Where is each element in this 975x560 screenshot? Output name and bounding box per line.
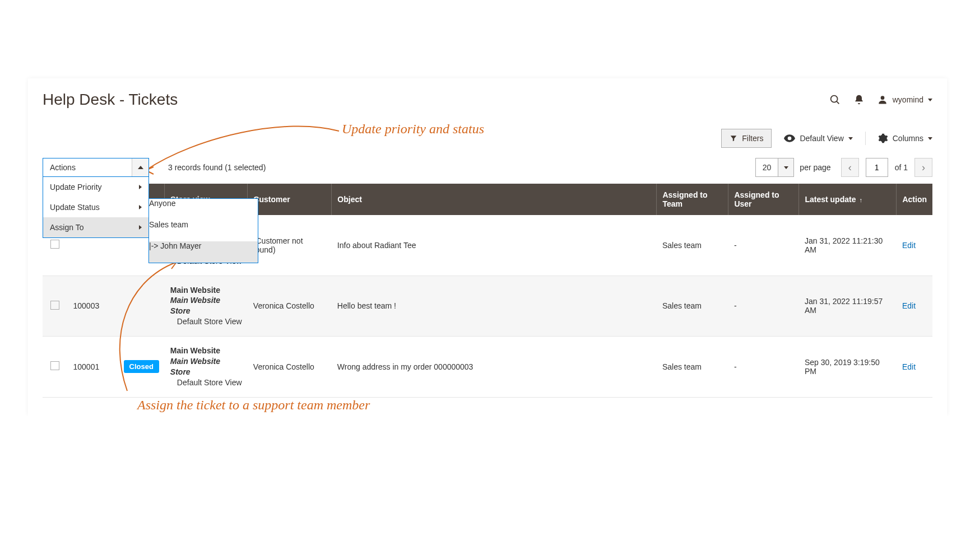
action-assign-to[interactable]: Assign To bbox=[43, 217, 148, 237]
cell-store: Main WebsiteMain Website StoreDefault St… bbox=[165, 276, 248, 337]
action-update-status[interactable]: Update Status bbox=[43, 197, 148, 217]
submenu-item-label: Anyone bbox=[149, 199, 175, 208]
cell-customer: Veronica Costello bbox=[248, 337, 332, 398]
cell-latest: Jan 31, 2022 11:21:30 AM bbox=[799, 215, 897, 276]
funnel-icon bbox=[730, 134, 737, 142]
action-update-priority[interactable]: Update Priority bbox=[43, 177, 148, 197]
cell-status: Closed bbox=[118, 337, 165, 398]
col-action: Action bbox=[897, 184, 932, 215]
username-label: wyomind bbox=[893, 95, 923, 104]
svg-point-0 bbox=[830, 96, 837, 102]
cell-customer: (Customer not found) bbox=[248, 215, 332, 276]
submenu-arrow-icon bbox=[139, 185, 142, 189]
cell-team: Sales team bbox=[657, 276, 728, 337]
actions-dropdown-trigger[interactable]: Actions bbox=[43, 158, 149, 177]
page-prev-button[interactable]: ‹ bbox=[841, 158, 859, 177]
cell-latest: Jan 31, 2022 11:19:57 AM bbox=[799, 276, 897, 337]
page-next-button[interactable]: › bbox=[914, 158, 932, 177]
cell-id: 100001 bbox=[68, 337, 118, 398]
cell-object: Hello best team ! bbox=[332, 276, 657, 337]
col-team[interactable]: Assigned to Team bbox=[657, 184, 728, 215]
status-badge: Closed bbox=[124, 360, 159, 373]
gear-icon bbox=[878, 133, 888, 143]
col-object[interactable]: Object bbox=[332, 184, 657, 215]
page-current-input[interactable] bbox=[866, 158, 888, 177]
edit-link[interactable]: Edit bbox=[902, 241, 916, 250]
col-customer[interactable]: Customer bbox=[248, 184, 332, 215]
columns-button[interactable]: Columns bbox=[878, 133, 932, 143]
table-row[interactable]: 100003Main WebsiteMain Website StoreDefa… bbox=[43, 276, 932, 337]
sort-asc-icon: ↑ bbox=[859, 197, 862, 203]
cell-customer: Veronica Costello bbox=[248, 276, 332, 337]
page-title: Help Desk - Tickets bbox=[43, 91, 178, 109]
action-item-label: Update Priority bbox=[50, 183, 102, 192]
actions-label: Actions bbox=[50, 163, 76, 172]
page-total-label: of 1 bbox=[895, 163, 908, 172]
cell-store: Main WebsiteMain Website StoreDefault St… bbox=[165, 337, 248, 398]
cell-team: Sales team bbox=[657, 337, 728, 398]
eye-icon bbox=[784, 134, 795, 142]
cell-latest: Sep 30, 2019 3:19:50 PM bbox=[799, 337, 897, 398]
row-checkbox[interactable] bbox=[50, 240, 59, 249]
search-icon[interactable] bbox=[829, 94, 841, 106]
svg-point-2 bbox=[880, 96, 884, 100]
default-view-label: Default View bbox=[800, 134, 843, 143]
row-checkbox[interactable] bbox=[50, 301, 59, 310]
assign-sales-team[interactable]: Sales team bbox=[149, 220, 258, 241]
table-row[interactable]: 100001ClosedMain WebsiteMain Website Sto… bbox=[43, 337, 932, 398]
submenu-item-label: |-> John Mayer bbox=[149, 241, 202, 250]
records-found-label: 3 records found (1 selected) bbox=[168, 163, 266, 172]
svg-line-1 bbox=[837, 101, 839, 104]
cell-user: - bbox=[728, 276, 799, 337]
col-user[interactable]: Assigned to User bbox=[728, 184, 799, 215]
col-latest[interactable]: Latest update↑ bbox=[799, 184, 897, 215]
caret-down-icon bbox=[928, 99, 932, 101]
edit-link[interactable]: Edit bbox=[902, 301, 916, 310]
user-icon bbox=[877, 94, 888, 105]
cell-object: Wrong address in my order 000000003 bbox=[332, 337, 657, 398]
col-latest-label: Latest update bbox=[805, 195, 856, 204]
cell-status bbox=[118, 276, 165, 337]
caret-down-icon bbox=[928, 137, 932, 140]
action-item-label: Update Status bbox=[50, 203, 100, 212]
per-page-label: per page bbox=[800, 163, 830, 172]
filters-label: Filters bbox=[742, 134, 763, 143]
actions-menu: Update Priority Update Status Assign To bbox=[43, 177, 149, 238]
page-size-select[interactable]: 20 bbox=[755, 158, 795, 177]
notifications-icon[interactable] bbox=[853, 94, 865, 105]
actions-toggle-icon bbox=[132, 158, 148, 176]
row-checkbox[interactable] bbox=[50, 361, 59, 370]
action-item-label: Assign To bbox=[50, 223, 83, 232]
user-menu[interactable]: wyomind bbox=[877, 94, 932, 105]
cell-object: Info about Radiant Tee bbox=[332, 215, 657, 276]
divider bbox=[865, 132, 866, 145]
edit-link[interactable]: Edit bbox=[902, 362, 916, 371]
assign-john-mayer[interactable]: |-> John Mayer bbox=[149, 241, 258, 263]
cell-team: Sales team bbox=[657, 215, 728, 276]
page-size-value: 20 bbox=[756, 163, 778, 172]
cell-id: 100003 bbox=[68, 276, 118, 337]
assign-to-submenu: Anyone Sales team |-> John Mayer bbox=[148, 198, 258, 263]
submenu-item-label: Sales team bbox=[149, 220, 188, 229]
annotation-priority-status: Update priority and status bbox=[342, 122, 484, 137]
default-view-button[interactable]: Default View bbox=[784, 134, 852, 143]
cell-user: - bbox=[728, 215, 799, 276]
filters-button[interactable]: Filters bbox=[721, 129, 772, 148]
page-size-toggle bbox=[778, 158, 793, 176]
submenu-arrow-icon bbox=[139, 205, 142, 209]
submenu-arrow-icon bbox=[139, 225, 142, 230]
columns-label: Columns bbox=[893, 134, 923, 143]
cell-user: - bbox=[728, 337, 799, 398]
caret-down-icon bbox=[848, 137, 853, 140]
assign-anyone[interactable]: Anyone bbox=[149, 199, 258, 220]
annotation-assign-member: Assign the ticket to a support team memb… bbox=[137, 398, 370, 413]
